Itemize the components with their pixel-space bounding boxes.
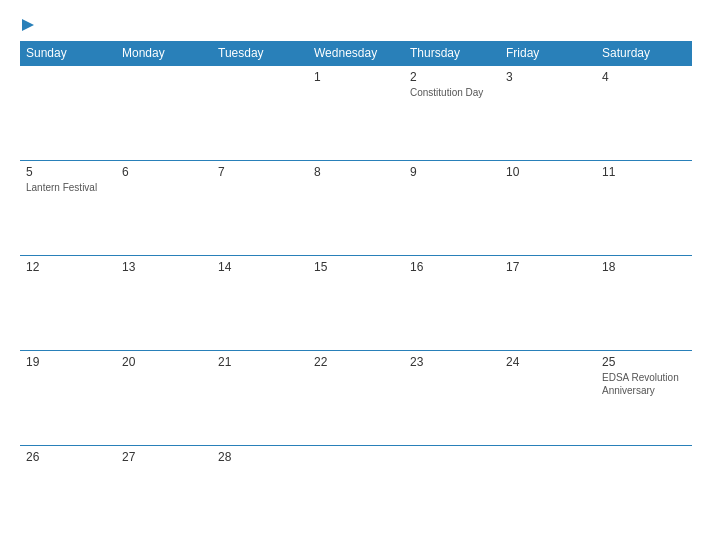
logo-flag-icon [22,19,34,31]
days-header-row: SundayMondayTuesdayWednesdayThursdayFrid… [20,41,692,66]
event-label: EDSA Revolution Anniversary [602,371,686,397]
calendar-header [20,16,692,31]
day-number: 25 [602,355,686,369]
calendar-cell: 8 [308,160,404,255]
calendar-cell: 12 [20,255,116,350]
day-header-monday: Monday [116,41,212,66]
calendar-cell: 27 [116,445,212,540]
day-number: 7 [218,165,302,179]
svg-marker-0 [22,19,34,31]
calendar-cell: 25EDSA Revolution Anniversary [596,350,692,445]
calendar-cell: 22 [308,350,404,445]
calendar-cell: 16 [404,255,500,350]
day-number: 6 [122,165,206,179]
calendar-week-row: 262728 [20,445,692,540]
day-number: 14 [218,260,302,274]
calendar-week-row: 12Constitution Day34 [20,66,692,161]
day-number: 16 [410,260,494,274]
day-number: 1 [314,70,398,84]
day-number: 13 [122,260,206,274]
day-header-sunday: Sunday [20,41,116,66]
calendar-table: SundayMondayTuesdayWednesdayThursdayFrid… [20,41,692,540]
day-header-saturday: Saturday [596,41,692,66]
calendar-cell [404,445,500,540]
day-number: 9 [410,165,494,179]
day-number: 26 [26,450,110,464]
calendar-cell: 1 [308,66,404,161]
day-number: 12 [26,260,110,274]
day-header-friday: Friday [500,41,596,66]
calendar-cell: 28 [212,445,308,540]
day-number: 17 [506,260,590,274]
day-number: 8 [314,165,398,179]
day-number: 4 [602,70,686,84]
calendar-cell [596,445,692,540]
calendar-cell: 23 [404,350,500,445]
calendar-week-row: 12131415161718 [20,255,692,350]
calendar-cell: 15 [308,255,404,350]
day-number: 5 [26,165,110,179]
day-number: 19 [26,355,110,369]
event-label: Constitution Day [410,86,494,99]
day-number: 23 [410,355,494,369]
day-number: 27 [122,450,206,464]
logo-blue-text [20,16,34,31]
day-number: 20 [122,355,206,369]
day-number: 21 [218,355,302,369]
event-label: Lantern Festival [26,181,110,194]
calendar-page: SundayMondayTuesdayWednesdayThursdayFrid… [0,0,712,550]
day-number: 22 [314,355,398,369]
calendar-cell: 3 [500,66,596,161]
calendar-week-row: 5Lantern Festival67891011 [20,160,692,255]
calendar-cell [20,66,116,161]
calendar-cell: 13 [116,255,212,350]
calendar-cell: 2Constitution Day [404,66,500,161]
calendar-cell: 4 [596,66,692,161]
calendar-cell [116,66,212,161]
calendar-cell: 26 [20,445,116,540]
calendar-cell: 19 [20,350,116,445]
logo [20,16,34,31]
day-number: 15 [314,260,398,274]
day-number: 3 [506,70,590,84]
calendar-cell: 17 [500,255,596,350]
day-number: 24 [506,355,590,369]
calendar-cell [212,66,308,161]
day-number: 10 [506,165,590,179]
calendar-cell: 5Lantern Festival [20,160,116,255]
calendar-body: 12Constitution Day345Lantern Festival678… [20,66,692,540]
calendar-cell: 10 [500,160,596,255]
day-number: 11 [602,165,686,179]
calendar-cell [308,445,404,540]
calendar-cell: 14 [212,255,308,350]
day-header-tuesday: Tuesday [212,41,308,66]
calendar-cell: 11 [596,160,692,255]
calendar-cell: 9 [404,160,500,255]
calendar-cell: 7 [212,160,308,255]
calendar-cell [500,445,596,540]
calendar-cell: 20 [116,350,212,445]
calendar-cell: 21 [212,350,308,445]
day-header-wednesday: Wednesday [308,41,404,66]
day-header-thursday: Thursday [404,41,500,66]
calendar-cell: 18 [596,255,692,350]
calendar-cell: 24 [500,350,596,445]
day-number: 2 [410,70,494,84]
day-number: 18 [602,260,686,274]
calendar-week-row: 19202122232425EDSA Revolution Anniversar… [20,350,692,445]
calendar-cell: 6 [116,160,212,255]
day-number: 28 [218,450,302,464]
